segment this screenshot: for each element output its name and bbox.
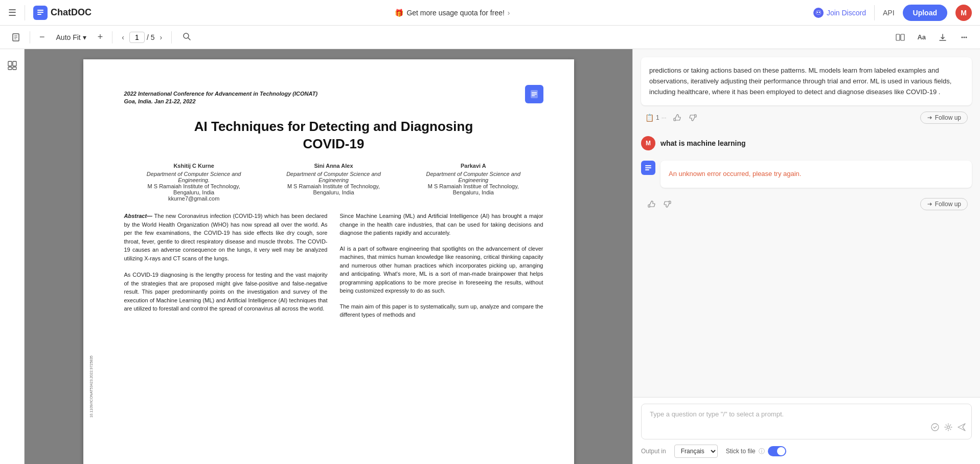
- chat-input-icons: [930, 423, 966, 434]
- logo-text: ChatDOC: [51, 7, 92, 18]
- follow-up-button-2[interactable]: Follow up: [920, 198, 968, 210]
- sidebar-thumbnail-icon[interactable]: [4, 57, 20, 76]
- toolbar-right-icons: Aa: [893, 31, 972, 44]
- page-reference: 📋 1 ···: [645, 114, 667, 122]
- paper-right-col: Since Machine Learning (ML) and Artifici…: [340, 212, 543, 319]
- author-3-city: Bengaluru, India: [411, 189, 536, 195]
- svg-rect-11: [896, 34, 900, 40]
- promo-icon: 🎁: [395, 9, 403, 17]
- svg-rect-27: [645, 169, 649, 170]
- svg-rect-18: [13, 61, 16, 66]
- pdf-doc-icon: [525, 85, 543, 103]
- promo-text: Get more usage quota for free!: [406, 9, 504, 17]
- nav-center: 🎁 Get more usage quota for free! ›: [100, 9, 805, 17]
- author-3-name: Parkavi A: [411, 163, 536, 169]
- svg-rect-17: [8, 61, 12, 66]
- thumbs-up-button-1[interactable]: [671, 112, 683, 124]
- page-input[interactable]: [129, 32, 145, 43]
- author-1-dept: Department of Computer Science and Engin…: [131, 171, 257, 183]
- menu-icon[interactable]: ☰: [8, 7, 16, 18]
- chevron-down-icon: ▾: [83, 33, 86, 41]
- svg-point-29: [947, 426, 950, 429]
- abstract-label: Abstract—: [124, 213, 153, 219]
- abstract-text: The new Coronavirus infection (COVID-19)…: [124, 213, 328, 261]
- author-2-name: Sini Anna Alex: [270, 163, 396, 169]
- page-view-button[interactable]: [8, 31, 24, 44]
- discord-button[interactable]: Join Discord: [813, 8, 866, 18]
- user-avatar[interactable]: M: [955, 5, 972, 21]
- output-language-select[interactable]: Français English Spanish: [674, 445, 718, 458]
- svg-rect-25: [645, 165, 651, 166]
- author-1: Kshitij C Kurne Department of Computer S…: [131, 163, 257, 202]
- search-button[interactable]: [178, 30, 195, 45]
- chat-message-1: predictions or taking actions based on t…: [641, 57, 972, 126]
- chat-input-placeholder: Type a question or type "/" to select a …: [650, 410, 963, 418]
- user-avatar-chat: M: [641, 136, 655, 150]
- right-col-p3: The main aim of this paper is to systema…: [340, 302, 543, 319]
- doi-text: 10.1109//ICONAT53423.2022.9725835: [89, 356, 93, 417]
- pdf-viewer[interactable]: 2022 International Conference for Advanc…: [25, 49, 632, 464]
- thumbs-down-button-2[interactable]: [662, 198, 674, 210]
- prompt-icon[interactable]: [930, 423, 940, 434]
- svg-rect-1: [37, 12, 43, 13]
- author-1-email: kkurne7@gmail.com: [131, 195, 257, 202]
- stick-label-text: Stick to file: [726, 448, 756, 455]
- upload-button[interactable]: Upload: [903, 5, 947, 21]
- paper-abstract: Abstract— The new Coronavirus infection …: [124, 212, 328, 262]
- user-question: what is machine learning: [660, 139, 746, 147]
- api-link[interactable]: API: [883, 9, 895, 17]
- abstract-p2: As COVID-19 diagnosing is the lengthy pr…: [124, 271, 328, 313]
- author-3-inst: M S Ramaiah Institue of Technology,: [411, 183, 536, 189]
- svg-point-4: [819, 11, 820, 12]
- page-ref-number: 1: [656, 114, 659, 121]
- discord-label: Join Discord: [827, 9, 866, 17]
- chat-input-box[interactable]: Type a question or type "/" to select a …: [641, 404, 972, 439]
- thumbs-up-button-2[interactable]: [645, 198, 657, 210]
- auto-fit-button[interactable]: Auto Fit ▾: [52, 31, 90, 43]
- author-2-inst: M S Ramaiah Institute of Technology,: [270, 183, 396, 189]
- svg-point-14: [962, 36, 963, 38]
- conference-name: 2022 International Conference for Advanc…: [124, 90, 543, 106]
- pdf-header: 2022 International Conference for Advanc…: [124, 90, 543, 106]
- top-navigation: ☰ ChatDOC 🎁 Get more usage quota for fre…: [0, 0, 980, 26]
- message-3-actions: Follow up: [641, 196, 972, 212]
- pdf-toolbar: − Auto Fit ▾ + ‹ / 5 › Aa: [0, 26, 980, 49]
- stick-to-file-toggle[interactable]: [768, 446, 786, 456]
- toolbar-divider-3: [171, 31, 172, 43]
- font-button[interactable]: Aa: [914, 31, 929, 43]
- author-2: Sini Anna Alex Department of Computer Sc…: [270, 163, 396, 202]
- svg-rect-26: [645, 167, 651, 168]
- main-content: 2022 International Conference for Advanc…: [0, 49, 980, 464]
- settings-icon[interactable]: [944, 423, 953, 434]
- svg-rect-2: [37, 14, 41, 15]
- page-separator: / 5: [147, 33, 155, 41]
- svg-rect-0: [37, 10, 43, 11]
- chat-messages-area: predictions or taking actions based on t…: [633, 49, 980, 397]
- author-2-dept: Department of Computer Science and Engin…: [270, 171, 396, 183]
- svg-rect-20: [13, 67, 16, 70]
- paper-title: AI Techniques for Detecting and Diagnosi…: [124, 118, 543, 153]
- author-1-city: Bengaluru, India: [131, 189, 257, 195]
- book-view-button[interactable]: [893, 31, 908, 44]
- more-options-button[interactable]: [956, 31, 972, 44]
- chat-message-2: M what is machine learning: [641, 136, 972, 150]
- right-col-p2: AI is a part of software engineering tha…: [340, 245, 543, 295]
- thumbs-down-button-1[interactable]: [687, 112, 699, 124]
- author-3-dept: Department of Computer Science and Engin…: [411, 171, 536, 183]
- output-label: Output in: [641, 448, 666, 455]
- follow-up-button-1[interactable]: Follow up: [920, 112, 968, 124]
- download-button[interactable]: [935, 31, 950, 44]
- zoom-in-button[interactable]: +: [95, 30, 106, 45]
- chat-options: Output in Français English Spanish Stick…: [641, 445, 972, 458]
- zoom-out-button[interactable]: −: [36, 30, 48, 45]
- author-2-city: Bengaluru, India: [270, 189, 396, 195]
- prev-page-button[interactable]: ‹: [119, 32, 127, 42]
- next-page-button[interactable]: ›: [157, 32, 166, 42]
- paper-authors: Kshitij C Kurne Department of Computer S…: [124, 163, 543, 202]
- promo-banner[interactable]: 🎁 Get more usage quota for free! ›: [395, 9, 510, 17]
- author-1-name: Kshitij C Kurne: [131, 163, 257, 169]
- send-button[interactable]: [957, 423, 966, 434]
- paper-left-col: Abstract— The new Coronavirus infection …: [124, 212, 328, 319]
- svg-point-16: [966, 36, 967, 38]
- toggle-knob: [777, 447, 785, 455]
